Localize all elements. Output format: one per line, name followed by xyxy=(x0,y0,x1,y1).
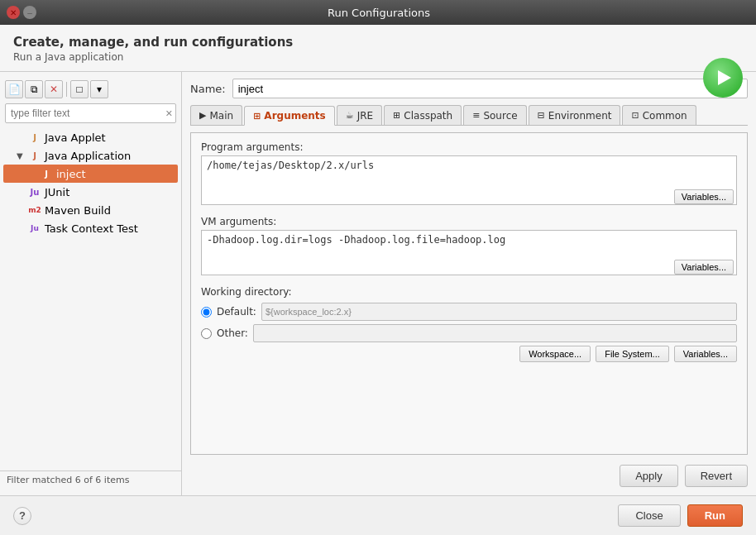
name-label: Name: xyxy=(190,83,226,95)
vm-args-variables-button[interactable]: Variables... xyxy=(674,260,734,275)
tab-source-label: Source xyxy=(483,110,517,122)
common-tab-icon: ⊡ xyxy=(631,110,639,121)
tree-item-task-context-test[interactable]: Ju Task Context Test xyxy=(3,219,178,237)
working-dir-buttons: Workspace... File System... Variables... xyxy=(201,346,737,362)
apply-revert-buttons: Apply Revert xyxy=(190,461,748,489)
config-tabs: ▶ Main ⊞ Arguments ☕ JRE ⊞ Classpath ≡ xyxy=(190,105,748,126)
window-controls: ✕ – xyxy=(7,6,36,19)
vm-args-section: VM arguments: -Dhadoop.log.dir=logs -Dha… xyxy=(201,216,737,278)
close-button[interactable]: Close xyxy=(618,504,680,527)
revert-button[interactable]: Revert xyxy=(685,465,748,487)
main-tab-icon: ▶ xyxy=(199,110,206,121)
arguments-content: Program arguments: /home/tejas/Desktop/2… xyxy=(190,132,748,455)
filesystem-button[interactable]: File System... xyxy=(596,346,669,362)
apply-button[interactable]: Apply xyxy=(620,465,678,487)
tree-item-java-application[interactable]: ▼ J Java Application xyxy=(3,146,178,165)
program-args-section: Program arguments: /home/tejas/Desktop/2… xyxy=(201,141,737,208)
copy-config-button[interactable]: ⧉ xyxy=(25,80,43,98)
minimize-window-button[interactable]: – xyxy=(23,6,36,19)
other-dir-input[interactable] xyxy=(253,324,737,342)
titlebar: ✕ – Run Configurations xyxy=(0,0,756,25)
dialog-header: Create, manage, and run configurations R… xyxy=(0,25,756,72)
expand-arrow-java-application: ▼ xyxy=(17,151,26,160)
dialog-body: 📄 ⧉ ✕ □ ▾ ✕ J Java Applet ▼ J xyxy=(0,72,756,495)
tree-label-junit: JUnit xyxy=(45,186,69,198)
jre-tab-icon: ☕ xyxy=(346,110,354,121)
footer-right-buttons: Close Run xyxy=(618,504,743,527)
default-dir-input xyxy=(261,303,737,321)
tree-item-inject[interactable]: J inject xyxy=(3,165,178,183)
filter-box: ✕ xyxy=(5,103,176,123)
environment-tab-icon: ⊟ xyxy=(538,110,545,121)
dialog-footer: ? Close Run xyxy=(0,495,756,535)
delete-config-button[interactable]: ✕ xyxy=(45,80,63,98)
run-header-button[interactable] xyxy=(703,58,743,98)
vm-args-label: VM arguments: xyxy=(201,216,737,227)
tree-label-java-application: Java Application xyxy=(45,150,131,162)
left-panel: 📄 ⧉ ✕ □ ▾ ✕ J Java Applet ▼ J xyxy=(0,72,182,495)
program-args-label: Program arguments: xyxy=(201,141,737,153)
other-radio[interactable] xyxy=(201,328,212,339)
program-args-textarea[interactable]: /home/tejas/Desktop/2.x/urls xyxy=(201,155,737,205)
working-dir-section: Working directory: Default: Other: Works… xyxy=(201,286,737,362)
working-dir-label: Working directory: xyxy=(201,286,737,298)
tree-item-junit[interactable]: Ju JUnit xyxy=(3,183,178,201)
tab-main[interactable]: ▶ Main xyxy=(190,105,242,125)
close-window-button[interactable]: ✕ xyxy=(7,6,20,19)
tab-common-label: Common xyxy=(643,110,687,122)
help-button[interactable]: ? xyxy=(13,507,31,525)
tab-common[interactable]: ⊡ Common xyxy=(622,105,696,125)
tab-environment[interactable]: ⊟ Environment xyxy=(529,105,621,125)
tab-main-label: Main xyxy=(209,110,233,122)
maven-icon: m2 xyxy=(28,203,41,217)
tree-item-java-applet[interactable]: J Java Applet xyxy=(3,128,178,146)
tab-environment-label: Environment xyxy=(548,110,612,122)
menu-config-button[interactable]: ▾ xyxy=(90,80,108,98)
vm-args-wrap: -Dhadoop.log.dir=logs -Dhadoop.log.file=… xyxy=(201,230,737,278)
workspace-button[interactable]: Workspace... xyxy=(519,346,591,362)
inject-icon: J xyxy=(40,167,53,180)
java-app-icon: J xyxy=(28,149,41,162)
java-applet-icon: J xyxy=(28,131,41,144)
arguments-tab-icon: ⊞ xyxy=(253,111,261,122)
source-tab-icon: ≡ xyxy=(472,110,480,121)
task-context-icon: Ju xyxy=(28,222,41,235)
filter-input[interactable] xyxy=(5,103,176,123)
new-config-button[interactable]: 📄 xyxy=(5,80,23,98)
tab-classpath-label: Classpath xyxy=(404,110,452,122)
window-title: Run Configurations xyxy=(41,7,716,19)
dialog-title: Create, manage, and run configurations xyxy=(13,35,743,50)
filter-clear-button[interactable]: ✕ xyxy=(165,108,173,119)
default-radio-label: Default: xyxy=(217,306,256,318)
default-radio[interactable] xyxy=(201,307,212,318)
filter-status: Filter matched 6 of 6 items xyxy=(0,471,181,489)
tree-item-maven-build[interactable]: m2 Maven Build xyxy=(3,201,178,219)
dialog-subtitle: Run a Java application xyxy=(13,51,743,63)
tab-arguments-label: Arguments xyxy=(264,110,325,122)
filter-config-button[interactable]: □ xyxy=(70,80,89,98)
tab-jre[interactable]: ☕ JRE xyxy=(337,105,382,125)
name-input[interactable] xyxy=(232,79,748,98)
tab-jre-label: JRE xyxy=(357,110,373,122)
other-radio-label: Other: xyxy=(217,327,248,339)
run-configurations-dialog: Create, manage, and run configurations R… xyxy=(0,25,756,535)
vm-args-textarea[interactable]: -Dhadoop.log.dir=logs -Dhadoop.log.file=… xyxy=(201,230,737,275)
run-button[interactable]: Run xyxy=(687,504,743,527)
tree-label-inject: inject xyxy=(56,168,86,180)
junit-icon: Ju xyxy=(28,185,41,198)
classpath-tab-icon: ⊞ xyxy=(393,110,400,121)
config-toolbar: 📄 ⧉ ✕ □ ▾ xyxy=(0,79,181,103)
tab-classpath[interactable]: ⊞ Classpath xyxy=(384,105,462,125)
tree-label-maven-build: Maven Build xyxy=(45,204,111,217)
right-panel: Name: ▶ Main ⊞ Arguments ☕ JRE ⊞ xyxy=(182,72,756,495)
tab-arguments[interactable]: ⊞ Arguments xyxy=(244,106,335,126)
program-args-variables-button[interactable]: Variables... xyxy=(674,189,734,204)
name-row: Name: xyxy=(190,79,748,98)
tab-source[interactable]: ≡ Source xyxy=(463,105,526,125)
tree-label-java-applet: Java Applet xyxy=(45,131,106,144)
program-args-wrap: /home/tejas/Desktop/2.x/urls Variables..… xyxy=(201,155,737,208)
variables-dir-button[interactable]: Variables... xyxy=(674,346,737,362)
toolbar-separator xyxy=(66,82,67,97)
tree-label-task-context-test: Task Context Test xyxy=(45,222,138,235)
other-radio-row: Other: xyxy=(201,324,737,342)
